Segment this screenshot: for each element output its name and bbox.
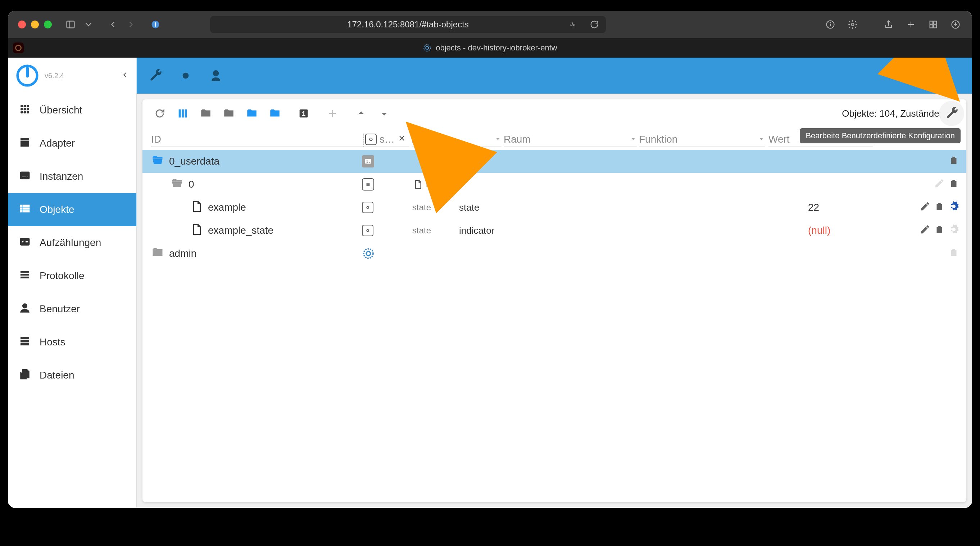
table-row[interactable]: 0meta: [142, 173, 966, 196]
svg-rect-31: [27, 176, 28, 177]
chevron-down-icon: [630, 134, 637, 145]
appbar-wrench-icon[interactable]: [148, 68, 163, 83]
filter-function[interactable]: Funktion: [639, 134, 765, 147]
info-icon[interactable]: [824, 18, 837, 31]
svg-rect-43: [21, 276, 29, 278]
svg-rect-29: [20, 172, 30, 179]
sidebar-item-label: Objekte: [40, 204, 75, 216]
gear-icon[interactable]: [948, 201, 959, 214]
table-row[interactable]: 0_userdata: [142, 150, 966, 173]
chevron-down-icon: [758, 134, 765, 145]
maximize-window-button[interactable]: [44, 21, 52, 29]
password-manager-icon[interactable]: [149, 18, 162, 31]
sidebar-item-übersicht[interactable]: Übersicht: [8, 94, 136, 127]
app-root: v6.2.4 ÜbersichtAdapterInstanzenObjekteA…: [8, 57, 972, 508]
layer-one-button[interactable]: 1: [295, 105, 312, 122]
svg-rect-42: [21, 274, 29, 275]
trash-icon[interactable]: [948, 155, 959, 168]
gear-icon[interactable]: [948, 224, 959, 237]
reload-icon[interactable]: [588, 18, 601, 31]
download-button[interactable]: [375, 105, 393, 122]
sidebar-toggle-icon[interactable]: [64, 18, 77, 31]
columns-button[interactable]: [174, 105, 191, 122]
storage-icon: [19, 335, 31, 350]
folder-open-button[interactable]: [197, 105, 215, 122]
folder-blue-button[interactable]: [266, 105, 283, 122]
svg-point-20: [21, 105, 23, 107]
sidebar-item-dateien[interactable]: Dateien: [8, 359, 136, 392]
sidebar-item-objekte[interactable]: Objekte: [8, 193, 136, 226]
folder-open-blue-button[interactable]: [243, 105, 261, 122]
filter-role[interactable]: Rolle: [412, 134, 501, 147]
file-icon: [190, 200, 203, 216]
row-name: example: [208, 202, 362, 213]
table-row[interactable]: examplestatestate22: [142, 196, 966, 219]
appbar-person-icon[interactable]: [208, 68, 224, 83]
sidebar-item-benutzer[interactable]: Benutzer: [8, 292, 136, 326]
appbar-brightness-icon[interactable]: [178, 68, 194, 83]
row-name: 0_userdata: [169, 156, 362, 167]
tab-overview-icon[interactable]: [927, 18, 940, 31]
filter-id[interactable]: ID: [151, 134, 363, 147]
new-tab-icon[interactable]: [904, 18, 917, 31]
upload-button[interactable]: [353, 105, 370, 122]
svg-rect-14: [934, 25, 937, 28]
add-object-button[interactable]: [324, 105, 341, 122]
table-row[interactable]: admin: [142, 242, 966, 265]
url-bar[interactable]: 172.16.0.125:8081/#tab-objects ⁂: [210, 16, 606, 33]
trash-icon[interactable]: [934, 201, 945, 214]
svg-rect-34: [20, 208, 22, 209]
type-chip-icon: [365, 134, 377, 145]
chevron-down-icon[interactable]: [82, 18, 95, 31]
trash-icon[interactable]: [948, 178, 959, 191]
sidebar-item-adapter[interactable]: Adapter: [8, 127, 136, 160]
nav-back-icon[interactable]: [107, 18, 119, 31]
edit-icon[interactable]: [920, 224, 930, 237]
settings-gear-icon[interactable]: [846, 18, 859, 31]
minimize-window-button[interactable]: [31, 21, 39, 29]
edit-icon[interactable]: [934, 178, 945, 191]
share-icon[interactable]: [882, 18, 895, 31]
collapse-sidebar-button[interactable]: [121, 70, 129, 81]
trash-icon[interactable]: [934, 224, 945, 237]
row-name: example_state: [208, 225, 362, 236]
svg-rect-45: [21, 337, 29, 339]
sidebar-item-label: Aufzählungen: [40, 237, 101, 249]
close-window-button[interactable]: [18, 21, 26, 29]
edit-icon[interactable]: [920, 201, 930, 214]
page-icon: [412, 179, 423, 190]
filter-type[interactable]: s…: [363, 134, 409, 147]
svg-point-17: [426, 46, 428, 49]
translate-icon[interactable]: ⁂: [568, 18, 581, 31]
nav-forward-icon[interactable]: [124, 18, 137, 31]
sidebar-item-aufzählungen[interactable]: Aufzählungen: [8, 226, 136, 259]
row-actions: [902, 201, 959, 214]
sidebar-item-label: Benutzer: [40, 303, 80, 315]
table-row[interactable]: example_statestateindicator(null): [142, 219, 966, 242]
tab-title[interactable]: objects - dev-history-iobroker-entw: [423, 43, 557, 53]
sidebar-item-hosts[interactable]: Hosts: [8, 326, 136, 359]
chevron-down-icon: [494, 134, 501, 145]
list-icon: [19, 203, 31, 217]
meta-box-icon: [362, 178, 374, 190]
browser-tab-strip: objects - dev-history-iobroker-entw: [8, 38, 972, 57]
version-label: v6.2.4: [45, 72, 64, 80]
folder-button[interactable]: [220, 105, 237, 122]
svg-rect-50: [182, 110, 184, 118]
svg-point-27: [24, 111, 26, 113]
clear-type-filter-icon[interactable]: [398, 134, 406, 145]
sidebar-item-instanzen[interactable]: Instanzen: [8, 160, 136, 193]
sidebar-item-protokolle[interactable]: Protokolle: [8, 259, 136, 292]
svg-point-23: [21, 108, 23, 110]
content-card: 1 Objekte: 104, Zustände: 76 Bearbeite B…: [142, 99, 966, 502]
downloads-icon[interactable]: [949, 18, 962, 31]
svg-rect-40: [25, 241, 29, 243]
trash-icon[interactable]: [948, 247, 959, 260]
tab-favicon: [13, 43, 24, 53]
nav-list: ÜbersichtAdapterInstanzenObjekteAufzählu…: [8, 94, 136, 392]
refresh-button[interactable]: [151, 105, 169, 122]
subtitles-icon: [19, 169, 31, 184]
filter-room[interactable]: Raum: [504, 134, 637, 147]
svg-point-26: [21, 111, 23, 113]
edit-custom-config-button[interactable]: [939, 101, 964, 126]
